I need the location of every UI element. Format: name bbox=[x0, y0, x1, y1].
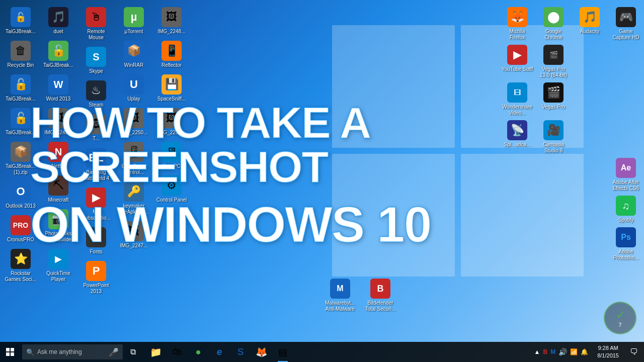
icon-taigj4[interactable]: 🔓 TaiGJBreak... bbox=[40, 39, 76, 70]
img2248-label: IMG_2248... bbox=[157, 29, 185, 35]
utorrent-label: µTorrent bbox=[125, 29, 143, 35]
spacesniff-icon: 💾 bbox=[162, 74, 182, 95]
tb-chrome[interactable]: ● bbox=[188, 342, 208, 362]
taskbar-clock[interactable]: 9:28 AM 8/1/2015 bbox=[592, 344, 624, 360]
icon-reflector[interactable]: 📱 Reflector bbox=[153, 39, 190, 70]
word-icon: W bbox=[48, 74, 68, 95]
overlay-line1: HOW TO TAKE A SCREENSHOT bbox=[30, 101, 644, 189]
tb-fileexplorer[interactable]: 📁 bbox=[146, 342, 166, 362]
icon-rockstar[interactable]: ⭐ Rockstar Games Soci... bbox=[3, 247, 39, 285]
tb-skype[interactable]: S bbox=[230, 342, 251, 362]
tray-volume: 🔔 bbox=[581, 348, 588, 355]
svg-rect-3 bbox=[11, 352, 14, 356]
taskbar-search[interactable]: 🔍 Ask me anything 🎤 bbox=[22, 344, 123, 359]
taskbar: 🔍 Ask me anything 🎤 ⧉ 📁 🛍 ● e S 🦊 ▤ bbox=[0, 342, 644, 362]
ppt-icon: P bbox=[86, 261, 106, 281]
winrar-icon: 📦 bbox=[124, 41, 144, 61]
utorrent-icon: µ bbox=[124, 7, 144, 27]
bitdefender-label: Bitdefender Total Securi... bbox=[364, 300, 396, 312]
icon-skype[interactable]: S Skype bbox=[78, 45, 114, 76]
icon-img2248[interactable]: 🖼 IMG_2248... bbox=[153, 5, 190, 37]
cronuspro-icon: PRO bbox=[11, 215, 31, 235]
chrome-label: Google Chrome bbox=[537, 29, 570, 41]
tb-firefox[interactable]: 🦊 bbox=[252, 342, 272, 362]
tb-task-icon: ▤ bbox=[278, 346, 287, 358]
svg-rect-1 bbox=[11, 348, 14, 351]
start-icon bbox=[6, 347, 15, 356]
skype-label: Skype bbox=[89, 68, 103, 74]
action-center[interactable]: 🗨 bbox=[624, 342, 644, 362]
clock-date: 8/1/2015 bbox=[597, 352, 619, 359]
firefox-label: Mozilla Firefox bbox=[501, 29, 533, 41]
recycle-icon: 🗑 bbox=[11, 41, 31, 61]
search-text: Ask me anything bbox=[37, 348, 82, 355]
icon-youtube[interactable]: ▶ YouTube Sutff bbox=[499, 43, 535, 80]
system-tray: ▲ B M 🔊 📶 🔔 bbox=[530, 348, 593, 356]
tb-ie[interactable]: e bbox=[209, 342, 229, 362]
notification-circle[interactable]: ✓ 7 bbox=[604, 302, 636, 334]
icon-utorrent[interactable]: µ µTorrent bbox=[116, 5, 152, 37]
duet-icon: 🎵 bbox=[48, 7, 68, 27]
outlook-icon: O bbox=[11, 182, 31, 202]
reflector-icon: 📱 bbox=[162, 41, 182, 61]
malwarebytes-label: Malwarebyt... Anti-Malware bbox=[324, 300, 356, 312]
icon-audacity[interactable]: 🎵 Audacity bbox=[572, 5, 608, 43]
icon-recycle[interactable]: 🗑 Recycle Bin bbox=[3, 39, 39, 70]
fileexplorer-icon: 📁 bbox=[150, 346, 162, 358]
firefox-icon: 🦊 bbox=[507, 7, 527, 27]
duet-label: duet bbox=[53, 29, 63, 35]
remotemouse-icon: 🖱 bbox=[86, 7, 106, 27]
tray-icons: 🔊 bbox=[558, 348, 567, 356]
icon-firefox[interactable]: 🦊 Mozilla Firefox bbox=[499, 5, 535, 43]
tb-store[interactable]: 🛍 bbox=[167, 342, 187, 362]
taskview-button[interactable]: ⧉ bbox=[123, 342, 143, 362]
bitdefender-icon: B bbox=[370, 279, 390, 299]
start-button[interactable] bbox=[0, 342, 20, 362]
recycle-label: Recycle Bin bbox=[8, 62, 34, 68]
taskbar-apps: 📁 🛍 ● e S 🦊 ▤ bbox=[146, 342, 293, 362]
audacity-label: Audacity bbox=[580, 29, 599, 35]
icon-quicktime[interactable]: ▶ QuickTime Player bbox=[40, 247, 76, 285]
action-center-icon: 🗨 bbox=[630, 347, 638, 356]
tb-skype-icon: S bbox=[237, 346, 244, 357]
skype-icon: S bbox=[86, 47, 106, 67]
reflector-label: Reflector bbox=[162, 62, 182, 68]
icon-winrar[interactable]: 📦 WinRAR bbox=[116, 39, 152, 70]
taigj1-label: TaiGJBreak... bbox=[6, 29, 36, 35]
img2248-icon: 🖼 bbox=[162, 7, 182, 27]
icon-ppt[interactable]: P PowerPoint 2013 bbox=[78, 259, 114, 297]
vegaspro13-label: Vegas Pro 13.0 (64-bit) bbox=[537, 66, 570, 78]
tb-ie-icon: e bbox=[217, 346, 222, 357]
search-icon: 🔍 bbox=[26, 348, 34, 356]
taigj-zip-icon: 📦 bbox=[11, 142, 31, 162]
rockstar-label: Rockstar Games Soci... bbox=[5, 270, 37, 283]
checkmark-number: 7 bbox=[618, 322, 621, 328]
tb-task[interactable]: ▤ bbox=[273, 342, 293, 362]
tray-arrow[interactable]: ▲ bbox=[534, 348, 540, 355]
taigj1-icon: 🔓 bbox=[11, 7, 31, 27]
gamecapture-icon: 🎮 bbox=[616, 7, 636, 27]
vegaspro13-icon: 🎬 bbox=[543, 45, 564, 65]
tray-network: 📶 bbox=[570, 348, 578, 355]
icon-vegaspro13[interactable]: 🎬 Vegas Pro 13.0 (64-bit) bbox=[535, 43, 572, 80]
winrar-label: WinRAR bbox=[124, 62, 143, 68]
icon-malwarebytes[interactable]: M Malwarebyt... Anti-Malware bbox=[322, 277, 358, 314]
taigj3-icon: 🔓 bbox=[11, 108, 31, 128]
icon-taigj1[interactable]: 🔓 TaiGJBreak... bbox=[3, 5, 39, 37]
wondershare-icon: 🎞 bbox=[507, 82, 527, 103]
svg-rect-2 bbox=[6, 352, 10, 356]
icon-bitdefender[interactable]: B Bitdefender Total Securi... bbox=[362, 277, 398, 314]
icon-gamecapture[interactable]: 🎮 Game Capture HD bbox=[608, 5, 644, 43]
mic-icon: 🎤 bbox=[109, 347, 119, 357]
vegaspro-icon: 🎬 bbox=[543, 82, 564, 103]
tray-m-icon: M bbox=[550, 348, 555, 355]
remotemouse-label: Remote Mouse bbox=[80, 29, 112, 41]
icon-remotemouse[interactable]: 🖱 Remote Mouse bbox=[78, 5, 114, 43]
taskbar-right: ▲ B M 🔊 📶 🔔 9:28 AM 8/1/2015 🗨 bbox=[530, 342, 644, 362]
icon-duet[interactable]: 🎵 duet bbox=[40, 5, 76, 37]
uplay-icon: U bbox=[124, 74, 144, 95]
overlay-line2: ON WINDOWS 10 bbox=[30, 199, 644, 249]
malwarebytes-icon: M bbox=[330, 279, 350, 299]
icon-chrome[interactable]: ⬤ Google Chrome bbox=[535, 5, 572, 43]
quicktime-label: QuickTime Player bbox=[42, 270, 74, 283]
